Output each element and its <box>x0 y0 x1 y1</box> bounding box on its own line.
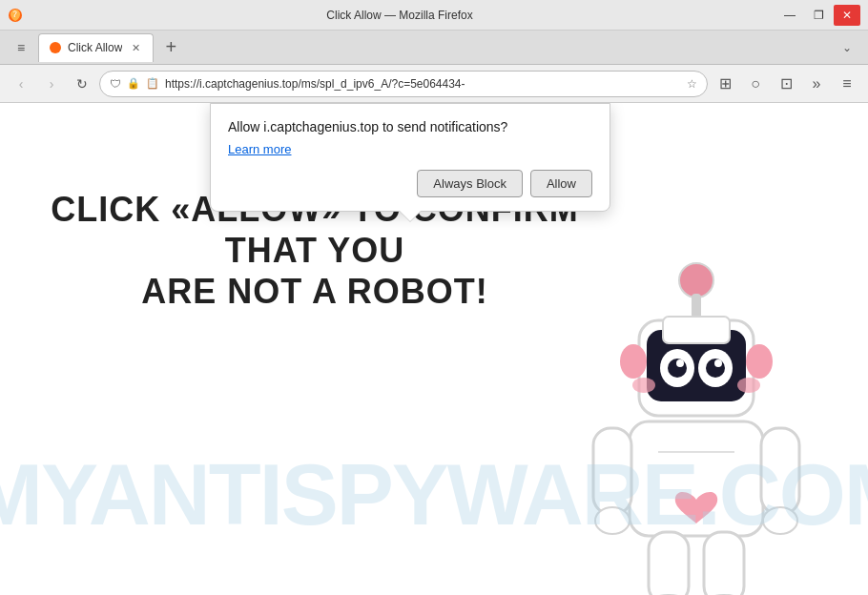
addressbar: ‹ › ↻ 🛡 🔒 📋 https://i.captchagenius.top/… <box>0 65 868 103</box>
learn-more-link[interactable]: Learn more <box>228 142 291 156</box>
bookmark-icon[interactable]: ☆ <box>687 77 697 91</box>
tab-close-button[interactable]: ✕ <box>128 40 143 55</box>
svg-point-22 <box>763 507 797 534</box>
svg-point-10 <box>676 359 684 367</box>
svg-point-20 <box>595 507 630 534</box>
svg-point-15 <box>746 344 773 379</box>
back-button[interactable]: ‹ <box>8 71 34 97</box>
pocket-button[interactable]: ⊞ <box>712 71 738 97</box>
svg-point-12 <box>632 378 655 393</box>
minimize-button[interactable]: — <box>776 5 803 26</box>
active-tab[interactable]: Click Allow ✕ <box>38 33 154 62</box>
tab-favicon-icon <box>49 41 62 54</box>
maximize-button[interactable]: ❐ <box>805 5 832 26</box>
extensions-button[interactable]: ⊡ <box>773 71 799 97</box>
reload-button[interactable]: ↻ <box>69 71 95 97</box>
url-text: https://i.captchagenius.top/ms/spl_d_ipv… <box>165 77 681 91</box>
always-block-button[interactable]: Always Block <box>417 170 523 197</box>
firefox-logo-icon <box>8 8 23 23</box>
page-content: Allow i.captchagenius.top to send notifi… <box>0 103 868 595</box>
url-bar[interactable]: 🛡 🔒 📋 https://i.captchagenius.top/ms/spl… <box>99 71 708 97</box>
robot-illustration <box>553 252 839 595</box>
svg-point-11 <box>714 359 722 367</box>
tab-label: Click Allow <box>68 41 122 54</box>
tab-overflow-button[interactable]: ⌄ <box>834 34 860 61</box>
notification-title: Allow i.captchagenius.top to send notifi… <box>228 119 592 134</box>
tab-list-button[interactable]: ≡ <box>8 34 34 61</box>
svg-point-2 <box>679 263 713 298</box>
svg-rect-19 <box>593 428 631 514</box>
notification-buttons: Always Block Allow <box>228 170 592 197</box>
notification-popup: Allow i.captchagenius.top to send notifi… <box>210 103 610 212</box>
forward-button[interactable]: › <box>38 71 65 97</box>
tabbar: ≡ Click Allow ✕ + ⌄ <box>0 31 868 65</box>
svg-point-14 <box>620 344 647 379</box>
close-button[interactable]: ✕ <box>834 5 860 26</box>
clipboard-icon: 📋 <box>146 77 159 90</box>
window-title: Click Allow — Mozilla Firefox <box>23 9 776 22</box>
new-tab-button[interactable]: + <box>157 34 184 61</box>
lock-icon: 🔒 <box>127 77 140 90</box>
window-controls: — ❐ ✕ <box>776 5 860 26</box>
allow-button[interactable]: Allow <box>530 170 592 197</box>
svg-rect-16 <box>663 317 730 343</box>
svg-rect-23 <box>649 532 689 595</box>
titlebar: Click Allow — Mozilla Firefox — ❐ ✕ <box>0 0 868 31</box>
menu-button[interactable]: ≡ <box>834 71 860 97</box>
profile-button[interactable]: ○ <box>742 71 769 97</box>
svg-rect-21 <box>761 428 799 514</box>
toolbar-right: ⊞ ○ ⊡ » ≡ <box>712 71 860 97</box>
tracking-protection-icon: 🛡 <box>110 77 121 91</box>
svg-rect-24 <box>704 532 744 595</box>
more-tools-button[interactable]: » <box>803 71 830 97</box>
svg-point-1 <box>50 42 61 53</box>
svg-point-13 <box>737 378 760 393</box>
